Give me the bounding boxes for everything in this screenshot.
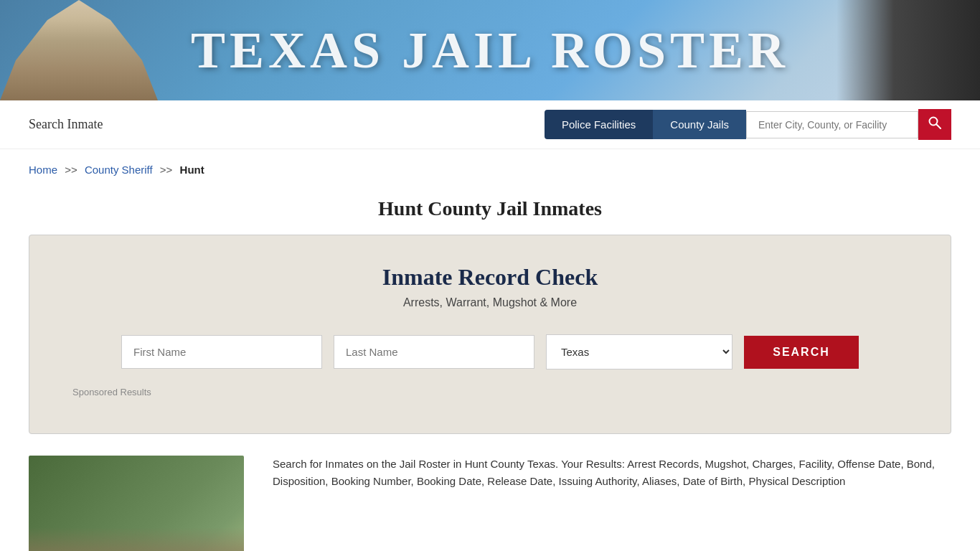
svg-line-1 (937, 125, 941, 129)
search-inmate-label: Search Inmate (29, 117, 103, 132)
breadcrumb-sep-2: >> (160, 164, 173, 176)
breadcrumb: Home >> County Sheriff >> Hunt (0, 149, 980, 190)
facility-description: Search for Inmates on the Jail Roster in… (273, 456, 951, 551)
panel-subtitle: Arrests, Warrant, Mugshot & More (72, 296, 908, 309)
keys-decoration (837, 0, 980, 100)
nav-right: Police Facilities County Jails (545, 109, 951, 140)
breadcrumb-county-sheriff[interactable]: County Sheriff (85, 164, 153, 176)
facility-image (29, 456, 244, 551)
search-panel: Inmate Record Check Arrests, Warrant, Mu… (29, 235, 951, 434)
police-facilities-button[interactable]: Police Facilities (545, 110, 653, 139)
capitol-decoration (0, 0, 158, 100)
sponsored-results-label: Sponsored Results (72, 387, 908, 397)
nav-bar: Search Inmate Police Facilities County J… (0, 100, 980, 149)
image-overlay (29, 527, 244, 551)
bottom-section: Search for Inmates on the Jail Roster in… (29, 456, 951, 551)
breadcrumb-current: Hunt (180, 164, 204, 176)
first-name-input[interactable] (121, 335, 322, 369)
facility-search-input[interactable] (746, 111, 918, 138)
search-button[interactable]: SEARCH (744, 336, 859, 369)
header-banner: Texas Jail Roster (0, 0, 980, 100)
facility-search-button[interactable] (918, 109, 951, 140)
county-jails-button[interactable]: County Jails (653, 110, 746, 139)
last-name-input[interactable] (334, 335, 534, 369)
state-select[interactable]: AlabamaAlaskaArizonaArkansasCaliforniaCo… (546, 334, 732, 369)
panel-title: Inmate Record Check (72, 264, 908, 291)
search-fields: AlabamaAlaskaArizonaArkansasCaliforniaCo… (72, 334, 908, 369)
page-title: Hunt County Jail Inmates (0, 197, 980, 220)
site-title: Texas Jail Roster (191, 21, 789, 80)
search-icon (928, 116, 941, 129)
breadcrumb-sep-1: >> (65, 164, 77, 176)
breadcrumb-home[interactable]: Home (29, 164, 57, 176)
